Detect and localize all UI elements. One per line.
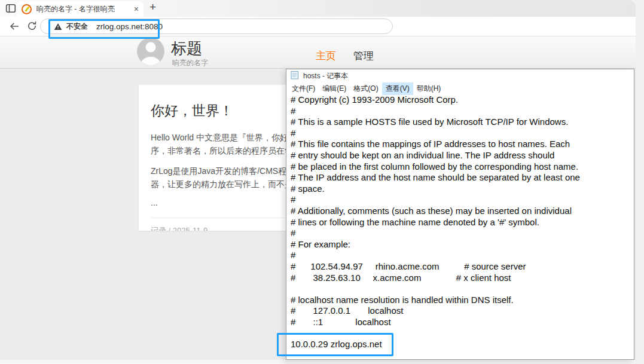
tab-close-icon[interactable]: × (134, 5, 139, 13)
tab-layout-icon[interactable] (5, 3, 16, 14)
back-icon[interactable] (9, 21, 20, 34)
url-text: zrlog.ops.net:8080 (96, 22, 163, 31)
menu-file[interactable]: 文件(F) (288, 82, 319, 95)
nav-admin[interactable]: 管理 (353, 49, 374, 63)
screen: 响亮的名字 - 名字很响亮 × + (0, 0, 644, 364)
window-bottom-edge (0, 360, 636, 364)
tab-title: 响亮的名字 - 名字很响亮 (36, 4, 130, 14)
browser-tab[interactable]: 响亮的名字 - 名字很响亮 × (17, 1, 144, 17)
site-title[interactable]: 标题 (171, 38, 202, 59)
site-header: 标题 响亮的名字 主页 管理 (0, 36, 636, 69)
site-subtitle: 响亮的名字 (172, 58, 208, 68)
notepad-titlebar[interactable]: hosts - 记事本 (286, 69, 634, 82)
tab-strip: 响亮的名字 - 名字很响亮 × + (0, 0, 636, 17)
refresh-icon[interactable] (27, 21, 37, 33)
notepad-window: hosts - 记事本 文件(F) 编辑(E) 格式(O) 查看(V) 帮助(H… (286, 69, 634, 360)
menu-edit[interactable]: 编辑(E) (319, 82, 350, 95)
menu-format[interactable]: 格式(O) (350, 82, 381, 95)
address-bar-row: 不安全 zrlog.ops.net:8080 (0, 17, 636, 36)
hosts-file-content[interactable]: # Copyright (c) 1993-2009 Microsoft Corp… (291, 94, 633, 358)
avatar[interactable] (137, 38, 164, 65)
notepad-menubar: 文件(F) 编辑(E) 格式(O) 查看(V) 帮助(H) (286, 82, 634, 94)
zrlog-favicon-icon (22, 4, 32, 14)
menu-help[interactable]: 帮助(H) (413, 82, 445, 95)
address-bar[interactable]: 不安全 zrlog.ops.net:8080 (40, 19, 393, 34)
not-secure-warning-icon (54, 23, 62, 30)
nav-home[interactable]: 主页 (316, 49, 336, 63)
menu-view[interactable]: 查看(V) (382, 82, 413, 95)
notepad-icon (291, 71, 299, 82)
browser-window: 响亮的名字 - 名字很响亮 × + (0, 0, 636, 364)
not-secure-label: 不安全 (66, 22, 88, 32)
notepad-title: hosts - 记事本 (303, 71, 348, 81)
new-tab-button[interactable]: + (149, 1, 156, 14)
